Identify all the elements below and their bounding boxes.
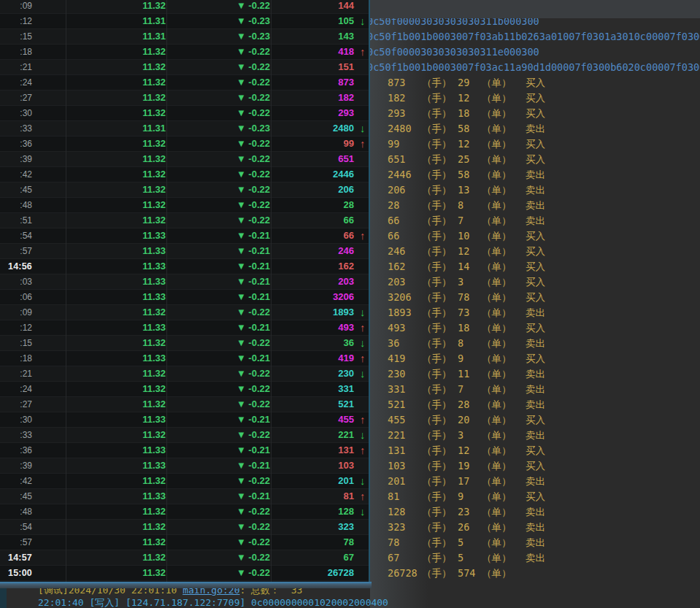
console-trade-line: 128（手）23（单）卖出: [367, 504, 700, 520]
tick-row[interactable]: :3911.33▼ -0.21103: [0, 458, 369, 474]
trade-order-count: 78: [458, 290, 469, 305]
tick-change: ▼ -0.22: [168, 106, 270, 120]
tick-row[interactable]: :1211.31▼ -0.23105↓: [0, 14, 369, 29]
console-trade-line: 206（手）13（单）卖出: [367, 182, 700, 198]
tick-row[interactable]: :2111.32▼ -0.22230↓: [0, 366, 369, 382]
tick-volume: 99: [272, 136, 354, 151]
tick-row[interactable]: :3011.32▼ -0.22293: [0, 106, 369, 121]
tick-row[interactable]: :4511.33▼ -0.2181↑: [0, 489, 369, 504]
trade-direction: 卖出: [526, 520, 545, 535]
tick-row[interactable]: :2411.32▼ -0.22331: [0, 382, 369, 397]
trade-volume: 293: [388, 106, 405, 121]
console-trade-line: 131（手）12（单）买入: [367, 443, 700, 458]
console-hex-line: 0c50f1b001b0003007f03ac11a90d1d00007f030…: [367, 60, 700, 75]
tick-row[interactable]: :0911.32▼ -0.221893↓: [0, 305, 369, 320]
tick-price: 11.33: [67, 458, 166, 473]
order-unit-label: （单）: [482, 290, 512, 305]
tick-change: ▼ -0.22: [168, 167, 270, 182]
tick-row[interactable]: :3611.32▼ -0.2299↑: [0, 136, 369, 152]
order-unit-label: （单）: [482, 259, 512, 274]
tick-row[interactable]: :2111.32▼ -0.22151: [0, 60, 369, 75]
tick-row[interactable]: :0611.33▼ -0.213206: [0, 290, 369, 305]
tick-row[interactable]: :1211.33▼ -0.21493↑: [0, 320, 369, 336]
tick-price: 11.32: [67, 75, 166, 90]
tick-time: :09: [0, 305, 32, 320]
tick-row[interactable]: :2711.32▼ -0.22182: [0, 91, 369, 106]
tick-row[interactable]: :3311.32▼ -0.22221↓: [0, 428, 369, 443]
tick-change: ▼ -0.22: [168, 474, 270, 488]
tick-time: :51: [0, 213, 32, 228]
tick-row[interactable]: :5711.33▼ -0.21246: [0, 244, 369, 259]
trade-direction: 卖出: [526, 167, 545, 182]
trade-direction: 卖出: [526, 366, 545, 382]
console-trade-line: 455（手）20（单）买入: [367, 412, 700, 428]
tick-change: ▼ -0.23: [168, 121, 270, 136]
tick-row[interactable]: :2411.32▼ -0.22873: [0, 75, 369, 91]
tick-time: :15: [0, 29, 32, 44]
tick-price: 11.31: [67, 14, 166, 28]
console-trade-line: 323（手）26（单）卖出: [367, 520, 700, 535]
tick-row[interactable]: :1811.32▼ -0.22418↑: [0, 45, 369, 60]
tick-row[interactable]: :3311.31▼ -0.232480↓: [0, 121, 369, 136]
tick-row[interactable]: :4811.32▼ -0.2228: [0, 198, 369, 213]
tick-time: :27: [0, 397, 32, 412]
tick-change: ▼ -0.21: [168, 244, 270, 258]
hand-unit-label: （手）: [422, 320, 452, 336]
tick-price: 11.32: [67, 136, 166, 151]
tick-row[interactable]: :3611.33▼ -0.21131↑: [0, 443, 369, 458]
tick-row[interactable]: :1511.32▼ -0.2236↓: [0, 336, 369, 351]
hand-unit-label: （手）: [422, 428, 452, 443]
tick-change: ▼ -0.23: [168, 29, 270, 44]
trade-order-count: 14: [458, 259, 469, 274]
tick-row[interactable]: :1511.31▼ -0.23143: [0, 29, 369, 45]
tick-change: ▼ -0.21: [168, 458, 270, 473]
hand-unit-label: （手）: [422, 458, 452, 474]
tick-price: 11.31: [67, 29, 166, 44]
tick-row[interactable]: 15:0011.32▼ -0.2226728: [0, 566, 369, 581]
tick-row[interactable]: :4211.32▼ -0.22201↓: [0, 474, 369, 489]
order-unit-label: （单）: [482, 228, 512, 244]
order-unit-label: （单）: [482, 504, 512, 520]
tick-row[interactable]: 14:5611.33▼ -0.21162: [0, 259, 369, 274]
console-scrollbar[interactable]: [0, 588, 7, 608]
tick-volume: 293: [272, 106, 354, 120]
tick-row[interactable]: :4211.32▼ -0.222446: [0, 167, 369, 182]
trade-volume: 103: [388, 458, 405, 474]
tick-row[interactable]: :5711.32▼ -0.2278: [0, 535, 369, 550]
hand-unit-label: （手）: [422, 244, 452, 259]
tick-row[interactable]: :5411.32▼ -0.22323: [0, 520, 369, 535]
tick-volume: 221: [272, 428, 354, 442]
tick-row[interactable]: :3911.32▼ -0.22651: [0, 152, 369, 167]
tick-row[interactable]: :4511.32▼ -0.22206: [0, 182, 369, 198]
tick-row[interactable]: 14:5711.32▼ -0.2267: [0, 550, 369, 566]
trade-order-count: 12: [458, 443, 469, 458]
trade-volume: 162: [388, 259, 405, 274]
tick-row[interactable]: :2711.32▼ -0.22521: [0, 397, 369, 412]
trade-order-count: 23: [458, 504, 469, 520]
column-divider-change: [271, 0, 272, 582]
tick-volume: 230: [272, 366, 354, 381]
trade-volume: 81: [388, 489, 399, 504]
tick-row[interactable]: :1811.33▼ -0.21419↑: [0, 351, 369, 366]
order-unit-label: （单）: [482, 274, 512, 290]
tick-row[interactable]: :3011.33▼ -0.21455↑: [0, 412, 369, 428]
tick-row[interactable]: :4811.32▼ -0.22128↓: [0, 504, 369, 520]
tick-row[interactable]: :5411.33▼ -0.2166↑: [0, 228, 369, 244]
tick-row[interactable]: :0911.32▼ -0.22144: [0, 0, 369, 14]
tick-change: ▼ -0.22: [168, 213, 270, 228]
hand-unit-label: （手）: [422, 182, 452, 198]
order-unit-label: （单）: [482, 136, 512, 152]
tick-volume: 419: [272, 351, 354, 366]
trade-order-count: 9: [458, 489, 464, 504]
tick-price: 11.32: [67, 91, 166, 105]
tick-row[interactable]: :5111.32▼ -0.2266: [0, 213, 369, 228]
hand-unit-label: （手）: [422, 121, 452, 136]
order-unit-label: （单）: [482, 121, 512, 136]
tick-change: ▼ -0.22: [168, 182, 270, 197]
trading-debug-screen: { "colors": { "red": "#df5d5d", "green":…: [0, 0, 700, 608]
tick-row[interactable]: :0311.33▼ -0.21203: [0, 274, 369, 290]
console-trade-line: 521（手）28（单）卖出: [367, 397, 700, 412]
tick-price: 11.32: [67, 0, 166, 13]
tick-volume: 2446: [272, 167, 354, 182]
order-unit-label: （单）: [482, 152, 512, 167]
